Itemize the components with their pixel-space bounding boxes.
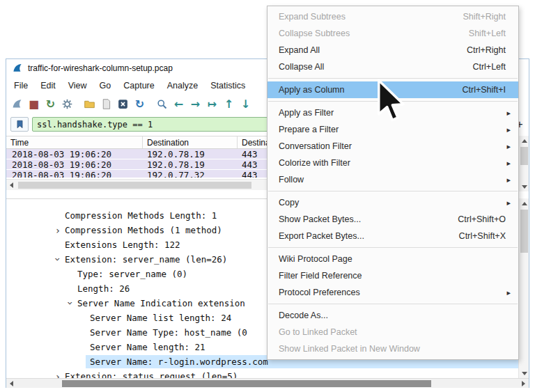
column-header-destination[interactable]: Destination <box>143 136 238 148</box>
filter-bookmark-button[interactable] <box>10 117 29 132</box>
menu-item-label: Expand Subtrees <box>279 12 463 22</box>
menubar-analyze[interactable]: Analyze <box>161 79 204 93</box>
menu-item-label: Go to Linked Packet <box>279 327 506 337</box>
scroll-right-icon[interactable] <box>518 379 529 389</box>
detail-line-text: Server Name Type: host_name (0 <box>90 327 247 338</box>
find-packet-icon[interactable] <box>155 97 169 111</box>
menu-item-label: Wiki Protocol Page <box>279 254 506 264</box>
scroll-up-icon[interactable] <box>519 198 529 208</box>
menu-item-shortcut: Ctrl+Shift+O <box>458 214 506 224</box>
go-to-bottom-icon[interactable]: ↓ <box>238 97 253 111</box>
menu-separator <box>268 304 518 304</box>
menubar-view[interactable]: View <box>62 79 93 93</box>
menu-item-export-packet-bytes[interactable]: Export Packet Bytes...Ctrl+Shift+X <box>268 228 518 244</box>
submenu-arrow-icon: ▸ <box>506 198 511 207</box>
collapse-toggle-icon[interactable]: › <box>63 299 78 308</box>
packet-cell: 2018-08-03 19:06:20 <box>6 149 143 159</box>
go-to-packet-icon[interactable]: ↦ <box>205 97 219 111</box>
column-header-time[interactable]: Time <box>6 136 143 148</box>
menu-item-wiki-protocol-page[interactable]: Wiki Protocol Page <box>268 251 518 267</box>
menu-item-shortcut: Ctrl+Shift+I <box>462 85 506 95</box>
menu-item-label: Export Packet Bytes... <box>279 231 459 241</box>
restart-capture-icon[interactable]: ↻ <box>43 97 58 111</box>
start-capture-icon[interactable] <box>10 97 24 111</box>
menubar-file[interactable]: File <box>8 79 34 93</box>
menu-item-shortcut: Shift+Right <box>463 12 506 22</box>
capture-options-icon[interactable] <box>60 97 75 111</box>
menu-item-decode-as[interactable]: Decode As... <box>268 307 518 324</box>
detail-line-text: Extension: status_request (len=5) <box>65 371 238 378</box>
menu-item-collapse-all[interactable]: Collapse AllCtrl+Left <box>268 58 518 75</box>
menu-item-label: Copy <box>279 198 506 207</box>
packet-cell: 192.0.78.19 <box>143 149 238 159</box>
detail-line-text: Server Name Indication extension <box>77 298 245 308</box>
details-vscrollbar[interactable] <box>518 198 529 378</box>
menu-item-label: Conversation Filter <box>279 141 506 151</box>
context-menu: Expand SubtreesShift+RightCollapse Subtr… <box>267 6 519 360</box>
open-file-icon[interactable] <box>82 97 97 111</box>
menu-item-label: Show Linked Packet in New Window <box>279 344 506 354</box>
scrollbar-thumb[interactable] <box>62 380 431 387</box>
submenu-arrow-icon: ▸ <box>506 125 511 134</box>
scroll-down-icon[interactable] <box>519 182 529 191</box>
scrollbar-thumb[interactable] <box>520 147 528 165</box>
expand-toggle-icon[interactable]: › <box>54 369 62 378</box>
menu-item-filter-field-reference[interactable]: Filter Field Reference <box>268 267 518 284</box>
menu-item-label: Decode As... <box>279 311 506 320</box>
menubar-edit[interactable]: Edit <box>34 79 62 93</box>
menu-item-protocol-preferences[interactable]: Protocol Preferences▸ <box>268 284 518 301</box>
packet-cell: 192.0.77.32 <box>143 170 238 178</box>
menu-item-label: Follow <box>279 175 506 185</box>
detail-line-text: Server Name: r-login.wordpress.com <box>90 356 268 367</box>
menu-item-copy[interactable]: Copy▸ <box>268 194 518 211</box>
window-title: traffic-for-wireshark-column-setup.pcap <box>28 63 173 73</box>
menu-item-label: Protocol Preferences <box>279 288 506 297</box>
menu-item-label: Colorize with Filter <box>279 158 506 168</box>
menu-item-show-packet-bytes[interactable]: Show Packet Bytes...Ctrl+Shift+O <box>268 211 518 228</box>
collapse-toggle-icon[interactable]: › <box>51 256 65 264</box>
menu-item-expand-subtrees: Expand SubtreesShift+Right <box>268 8 518 25</box>
detail-line-text: Server Name list length: 24 <box>90 313 231 323</box>
menubar-capture[interactable]: Capture <box>117 79 160 93</box>
submenu-arrow-icon: ▸ <box>506 288 511 297</box>
detail-line-text: Type: server_name (0) <box>77 269 187 279</box>
menu-item-label: Show Packet Bytes... <box>279 214 458 224</box>
scroll-left-icon[interactable] <box>6 180 17 190</box>
scroll-left-icon[interactable] <box>6 379 17 389</box>
go-to-top-icon[interactable]: ↑ <box>222 97 236 111</box>
packet-cell: 2018-08-03 19:06:20 <box>6 170 143 178</box>
menu-item-conversation-filter[interactable]: Conversation Filter▸ <box>268 138 518 155</box>
detail-line-text: Compression Methods (1 method) <box>65 225 222 235</box>
menu-item-label: Prepare a Filter <box>279 125 506 134</box>
scroll-down-icon[interactable] <box>519 368 529 378</box>
menu-item-colorize-with-filter[interactable]: Colorize with Filter▸ <box>268 155 518 171</box>
close-capture-icon[interactable] <box>116 97 130 111</box>
menu-item-collapse-subtrees: Collapse SubtreesShift+Left <box>268 25 518 42</box>
expand-toggle-icon[interactable]: › <box>54 223 62 237</box>
scrollbar-thumb[interactable] <box>18 182 251 189</box>
go-back-icon[interactable]: ← <box>171 97 186 111</box>
bookmark-icon <box>15 119 24 130</box>
stop-capture-icon[interactable]: ■ <box>26 97 41 111</box>
wireshark-logo-icon <box>12 63 23 74</box>
scroll-up-icon[interactable] <box>519 136 529 146</box>
menu-item-label: Collapse Subtrees <box>279 29 469 38</box>
menu-item-shortcut: Ctrl+Shift+X <box>459 231 506 241</box>
packet-list-vscrollbar[interactable] <box>518 136 529 191</box>
menu-item-go-to-linked-packet: Go to Linked Packet <box>268 324 518 340</box>
bottom-hscrollbar[interactable] <box>6 378 529 388</box>
scrollbar-thumb[interactable] <box>520 210 528 253</box>
packet-cell: 192.0.78.19 <box>143 159 238 170</box>
go-forward-icon[interactable]: → <box>188 97 203 111</box>
menu-item-expand-all[interactable]: Expand AllCtrl+Right <box>268 42 518 58</box>
save-file-icon[interactable] <box>99 97 114 111</box>
detail-line[interactable]: ›Extension: status_request (len=5) <box>6 369 518 378</box>
menubar-statistics[interactable]: Statistics <box>204 79 251 93</box>
reload-icon[interactable]: ↻ <box>132 97 147 111</box>
menu-item-label: Apply as Column <box>279 85 462 95</box>
submenu-arrow-icon: ▸ <box>506 142 511 151</box>
menu-item-label: Collapse All <box>279 62 472 72</box>
menubar-go[interactable]: Go <box>93 79 118 93</box>
menu-item-follow[interactable]: Follow▸ <box>268 171 518 188</box>
menu-item-label: Filter Field Reference <box>279 271 506 281</box>
